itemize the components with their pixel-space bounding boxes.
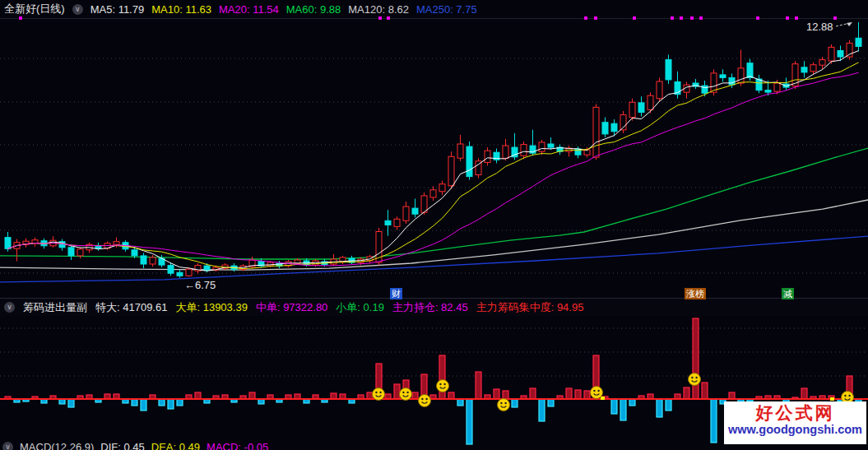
candle-body: [539, 142, 545, 151]
candle-body: [629, 102, 635, 117]
candle-body: [548, 144, 554, 147]
candle-body: [385, 220, 391, 225]
stock-app-window: ←6.7512.88 全新好(日线) ∨ MA5: 11.79 MA10: 11…: [0, 0, 868, 450]
candle-body: [5, 238, 11, 249]
inflow-bar: [801, 388, 807, 399]
candle-body: [466, 146, 472, 177]
watermark-url: www.goodgongshi.com: [724, 423, 866, 437]
event-badge-limit-up-list[interactable]: 涨榜: [685, 288, 706, 299]
candle-body: [448, 156, 454, 186]
inflow-bar: [684, 387, 689, 399]
candle-body: [403, 206, 409, 220]
candle-body: [267, 262, 273, 266]
candle-body: [666, 60, 671, 80]
smiley-face-icon: [689, 373, 701, 386]
outflow-bar: [457, 399, 463, 406]
panel-grid: [0, 328, 868, 376]
chevron-down-icon[interactable]: ∨: [72, 4, 83, 15]
field-main-position: 主力持仓: 82.45: [392, 300, 468, 315]
ma-line-ma60: [0, 148, 868, 259]
inflow-bar: [249, 392, 255, 399]
outflow-bar: [620, 399, 626, 420]
candle-body: [485, 151, 490, 162]
candle-body: [503, 146, 508, 158]
ma5-label: MA5: 11.79: [91, 3, 145, 16]
inflow-bar: [476, 372, 481, 399]
inflow-bar: [503, 391, 508, 399]
inflow-bar: [367, 392, 373, 399]
candle-body: [421, 196, 427, 212]
candle-body: [204, 266, 210, 271]
event-badge-finance[interactable]: 财: [390, 288, 402, 299]
macd-row-clipped: ∨ MACD(12,26,9) DIF: 0.45 DEA: 0.49 MACD…: [2, 441, 268, 450]
inflow-bar: [331, 393, 337, 399]
candle-body: [412, 208, 418, 214]
inflow-bar: [494, 389, 499, 399]
smiley-face-icon: [591, 387, 603, 399]
candle-body: [394, 219, 400, 226]
macd-params: MACD(12,26,9): [20, 441, 94, 450]
sub-indicator-header: ∨ 筹码进出量副 特大: 41709.61 大单: 13903.39 中单: 9…: [0, 298, 868, 316]
dea-value: DEA: 0.49: [151, 441, 200, 450]
candle-body: [602, 123, 608, 134]
ma-line-ma20: [8, 72, 859, 266]
outflow-bar: [512, 399, 518, 407]
inflow-bar: [195, 392, 201, 399]
candle-body: [765, 90, 771, 93]
smiley-face-icon: [419, 395, 431, 407]
candle-body: [150, 257, 155, 264]
outflow-bar: [168, 399, 174, 409]
outflow-bar: [657, 399, 662, 417]
inflow-bar: [530, 388, 536, 399]
outflow-bar: [177, 399, 183, 406]
candle-body: [738, 68, 744, 83]
watermark: 好公式网 www.goodgongshi.com: [724, 401, 866, 444]
ma20-label: MA20: 11.54: [219, 3, 279, 16]
candle-body: [430, 190, 436, 197]
event-badge-reduce-holding[interactable]: 减: [782, 288, 794, 299]
outflow-bar: [611, 399, 617, 414]
main-grid: [0, 58, 868, 273]
inflow-bar: [702, 383, 708, 399]
outflow-bar: [711, 399, 717, 443]
dif-value: DIF: 0.45: [100, 441, 144, 450]
ma-line-ma10: [8, 63, 859, 269]
candle-body: [648, 95, 653, 109]
candle-body: [177, 272, 183, 276]
outflow-bar: [141, 399, 146, 411]
field-chip-concentration: 主力筹码集中度: 94.95: [476, 300, 584, 315]
smiley-face-icon: [373, 388, 385, 401]
candle-body: [521, 145, 527, 156]
ma60-label: MA60: 9.88: [286, 3, 341, 16]
candle-body: [819, 60, 825, 66]
candlestick-series[interactable]: [5, 22, 861, 278]
inflow-bar: [412, 392, 418, 399]
candle-body: [68, 248, 74, 256]
watermark-title: 好公式网: [724, 403, 866, 423]
outflow-bar: [548, 399, 554, 406]
sub-indicator-title: 筹码进出量副: [23, 300, 87, 315]
candle-body: [611, 123, 617, 132]
candle-body: [720, 75, 726, 78]
chevron-down-icon[interactable]: ∨: [4, 302, 15, 313]
candle-body: [141, 256, 146, 264]
candle-body: [810, 65, 816, 72]
candle-body: [729, 77, 735, 85]
candle-body: [168, 266, 174, 274]
candle-body: [774, 83, 780, 91]
candle-body: [77, 249, 83, 256]
yellow-signal-mark: [830, 397, 834, 401]
chevron-down-icon[interactable]: ∨: [2, 442, 13, 450]
symbol-title: 全新好(日线): [4, 2, 65, 16]
inflow-bar: [729, 392, 735, 399]
candle-body: [593, 107, 599, 157]
ma-line-ma120: [0, 200, 868, 270]
candle-body: [657, 81, 662, 99]
outflow-bar: [466, 399, 472, 444]
candle-body: [747, 63, 753, 78]
candle-body: [114, 242, 119, 245]
candle-body: [638, 103, 644, 113]
candle-body: [829, 47, 834, 61]
chart-svg[interactable]: ←6.7512.88: [0, 0, 868, 450]
smiley-face-icon: [437, 380, 449, 392]
